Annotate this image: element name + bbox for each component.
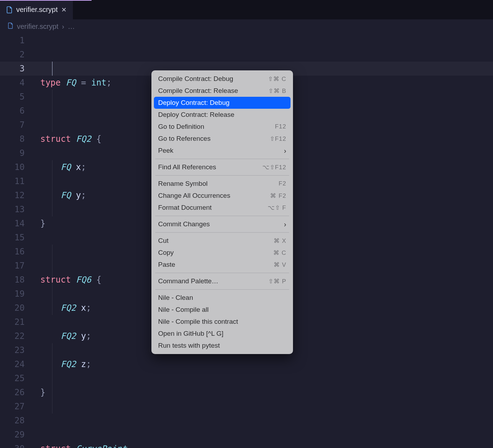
ctx-cut[interactable]: Cut⌘ X [154, 235, 291, 247]
ctx-nile-compile-all[interactable]: Nile - Compile all [154, 304, 291, 316]
ctx-label: Compile Contract: Release [158, 87, 238, 95]
breadcrumb-filename: verifier.scrypt [17, 23, 58, 31]
keyword: struct [40, 134, 71, 144]
indent-guide [52, 90, 52, 132]
indent-guide [52, 343, 52, 414]
ctx-nile-compile-this-contract[interactable]: Nile - Compile this contract [154, 316, 291, 328]
ctx-change-all-occurrences[interactable]: Change All Occurrences⌘ F2 [154, 190, 291, 202]
field: x [81, 303, 86, 313]
ctx-shortcut: ⇧F12 [270, 135, 286, 143]
ctx-shortcut: F2 [279, 180, 286, 187]
active-tab-accent [0, 0, 92, 1]
breadcrumb[interactable]: verifier.scrypt › … [0, 19, 493, 33]
ctx-command-palette[interactable]: Command Palette…⇧⌘ P [154, 275, 291, 287]
ctx-nile-clean[interactable]: Nile - Clean [154, 292, 291, 304]
ctx-label: Rename Symbol [158, 180, 207, 188]
ctx-separator [155, 232, 289, 233]
field: y [76, 190, 81, 200]
ctx-label: Paste [158, 261, 175, 269]
ctx-label: Nile - Compile all [158, 306, 209, 314]
chevron-right-icon: › [284, 220, 286, 228]
type: FQ2 [61, 359, 76, 369]
ctx-label: Peek [158, 147, 173, 154]
ctx-separator [155, 175, 289, 176]
tab-verifier[interactable]: verifier.scrypt ✕ [0, 0, 73, 19]
ctx-peek[interactable]: Peek› [154, 145, 291, 157]
ctx-label: Format Document [158, 204, 212, 212]
type: FQ [61, 162, 71, 172]
ctx-format-document[interactable]: Format Document⌥⇧ F [154, 202, 291, 214]
ctx-separator [155, 159, 289, 159]
ctx-shortcut: ⇧⌘ P [268, 278, 286, 285]
type: FQ [61, 190, 71, 200]
keyword: type [40, 78, 61, 88]
brace: { [96, 275, 101, 285]
file-icon [8, 23, 13, 31]
punct: ; [106, 78, 111, 88]
indent-guide [52, 160, 52, 216]
cursor [52, 62, 52, 76]
close-icon[interactable]: ✕ [61, 6, 67, 14]
context-menu: Compile Contract: Debug⇧⌘ CCompile Contr… [151, 70, 293, 354]
gutter: 1234567891011121314151617181920212223242… [0, 33, 35, 448]
ctx-label: Copy [158, 249, 174, 257]
ctx-label: Go to References [158, 135, 211, 143]
ctx-label: Nile - Clean [158, 294, 193, 302]
punct: ; [86, 303, 91, 313]
ctx-compile-contract-release[interactable]: Compile Contract: Release⇧⌘ B [154, 85, 291, 97]
ctx-deploy-contract-release[interactable]: Deploy Contract: Release [154, 109, 291, 121]
ctx-label: Open in GitHub [^L G] [158, 330, 224, 337]
ctx-shortcut: ⌘ X [274, 237, 286, 245]
ctx-shortcut: ⌥⇧ F [268, 204, 286, 212]
type: FQ [66, 78, 76, 88]
tab-bar: verifier.scrypt ✕ [0, 0, 493, 19]
ctx-go-to-references[interactable]: Go to References⇧F12 [154, 133, 291, 145]
ctx-separator [155, 216, 289, 216]
file-icon [6, 6, 13, 13]
type: FQ2 [76, 134, 91, 144]
ctx-run-tests-with-pytest[interactable]: Run tests with pytest [154, 340, 291, 352]
field: x [76, 162, 81, 172]
ctx-label: Change All Occurrences [158, 192, 230, 200]
field: y [81, 331, 86, 341]
type: int [91, 78, 106, 88]
ctx-deploy-contract-debug[interactable]: Deploy Contract: Debug [154, 97, 291, 109]
chevron-right-icon: › [284, 147, 286, 155]
ctx-find-all-references[interactable]: Find All References⌥⇧F12 [154, 161, 291, 173]
punct: ; [86, 359, 91, 369]
ctx-go-to-definition[interactable]: Go to DefinitionF12 [154, 121, 291, 133]
editor-window: verifier.scrypt ✕ verifier.scrypt › … 12… [0, 0, 493, 448]
brace: } [40, 219, 45, 228]
ctx-paste[interactable]: Paste⌘ V [154, 259, 291, 271]
keyword: struct [40, 275, 71, 285]
indent-guide [52, 245, 52, 315]
ctx-compile-contract-debug[interactable]: Compile Contract: Debug⇧⌘ C [154, 73, 291, 85]
ctx-rename-symbol[interactable]: Rename SymbolF2 [154, 178, 291, 190]
ctx-label: Find All References [158, 163, 216, 171]
ctx-label: Deploy Contract: Debug [158, 99, 230, 107]
punct: ; [81, 162, 86, 172]
ctx-shortcut: ⌥⇧F12 [262, 164, 286, 171]
ctx-shortcut: ⌘ V [274, 261, 286, 269]
ctx-label: Cut [158, 237, 169, 245]
type: CurvePoint [76, 444, 127, 448]
ctx-shortcut: ⌘ C [273, 249, 286, 257]
field: z [81, 359, 86, 369]
keyword: struct [40, 444, 71, 448]
tab-filename: verifier.scrypt [16, 6, 58, 14]
ctx-copy[interactable]: Copy⌘ C [154, 247, 291, 259]
brace: { [96, 134, 101, 144]
chevron-right-icon: › [62, 23, 64, 31]
ctx-open-in-github-l-g[interactable]: Open in GitHub [^L G] [154, 328, 291, 340]
type: FQ2 [61, 303, 76, 313]
type: FQ6 [76, 275, 91, 285]
ctx-label: Run tests with pytest [158, 342, 220, 349]
ctx-label: Commit Changes [158, 220, 210, 228]
ctx-commit-changes[interactable]: Commit Changes› [154, 218, 291, 230]
ctx-shortcut: ⇧⌘ B [268, 87, 286, 95]
type: FQ2 [61, 331, 76, 341]
punct: = [81, 78, 86, 88]
ctx-label: Command Palette… [158, 277, 218, 285]
brace: } [40, 387, 45, 397]
ctx-label: Nile - Compile this contract [158, 318, 238, 326]
